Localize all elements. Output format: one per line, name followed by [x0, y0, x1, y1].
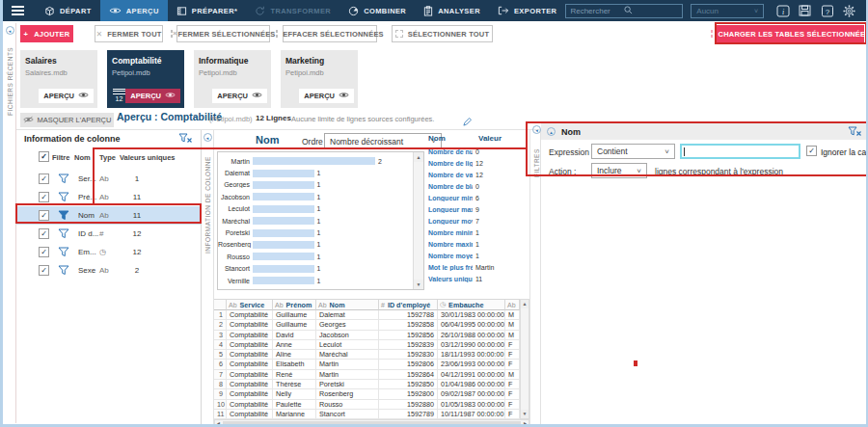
preview-button[interactable]: APERÇU [125, 89, 180, 103]
row-number[interactable]: 1 [214, 310, 227, 320]
table-cell[interactable]: Stancort [316, 410, 379, 419]
table-cell[interactable]: 30/01/1983 00:00:00 [438, 310, 505, 320]
table-cell[interactable]: Comptabilité [227, 320, 273, 330]
column-info-row[interactable]: ✓Ser...Ab1 [16, 170, 201, 188]
table-cell[interactable]: Comptabilité [227, 400, 273, 410]
info-button[interactable]: i [775, 4, 790, 17]
tab-aper-u[interactable]: APERÇU [100, 0, 168, 21]
table-cell[interactable]: 26/10/1988 00:00:00 [438, 331, 505, 340]
table-cell[interactable]: 1592864 [379, 370, 438, 380]
gear-icon[interactable] [842, 4, 856, 17]
table-cell[interactable]: 01/05/1983 00:00:00 [438, 400, 505, 410]
table-cell[interactable]: 18/11/1993 00:00:00 [438, 350, 505, 360]
table-cell[interactable]: Nelly [273, 389, 316, 399]
table-cell[interactable]: 03/12/1990 00:00:00 [438, 340, 505, 350]
table-cell[interactable]: M [505, 370, 520, 380]
collapse-column-info-icon[interactable]: ◂ [203, 133, 212, 142]
table-cell[interactable]: Paulette [273, 400, 316, 410]
row-number[interactable]: 3 [214, 331, 227, 340]
tab-d-part[interactable]: DÉPART [36, 0, 100, 21]
row-number[interactable]: 9 [214, 389, 227, 399]
tab-pr-parer-[interactable]: PRÉPARER* [168, 0, 247, 21]
table-cell[interactable]: 1592806 [379, 360, 438, 369]
table-cell[interactable]: Dalemat [316, 310, 379, 320]
preview-button[interactable]: APERÇU [299, 89, 354, 103]
filter-funnel-icon[interactable] [58, 173, 69, 184]
clear-selected-button[interactable]: EFFACER SÉLECTIONNÉES [283, 25, 377, 42]
table-cell[interactable]: M [505, 320, 520, 330]
table-cell[interactable]: Comptabilité [227, 310, 273, 320]
scrollbar-thumb[interactable] [223, 421, 521, 424]
table-column-header[interactable]: ◷Embauche [438, 299, 505, 310]
filter-funnel-icon[interactable] [58, 247, 69, 257]
preview-button[interactable]: APERÇU [39, 89, 94, 103]
table-cell[interactable]: Maréchal [316, 350, 379, 360]
clear-filters-icon[interactable] [178, 133, 193, 144]
table-column-header[interactable]: #ID d'employé [379, 299, 438, 310]
profile-select[interactable]: Aucun ˅ [691, 4, 764, 18]
table-cell[interactable]: Martin [316, 370, 379, 380]
table-column-header[interactable]: AbNom [316, 299, 379, 310]
table-cell[interactable]: Georges [316, 320, 379, 330]
scroll-down-icon[interactable]: ▼ [521, 410, 529, 418]
preview-button[interactable]: APERÇU [212, 89, 267, 103]
row-checkbox[interactable]: ✓ [39, 228, 49, 239]
column-info-row[interactable]: ✓Pré...Ab11 [16, 188, 201, 206]
histogram-scrollbar[interactable]: ▲ ▼ [413, 152, 423, 289]
column-info-row[interactable]: ✓SexeAb2 [16, 261, 201, 280]
table-vertical-scrollbar[interactable]: ▲ ▼ [520, 299, 529, 419]
row-checkbox[interactable]: ✓ [39, 192, 49, 202]
chart-bar[interactable] [253, 229, 314, 237]
table-cell[interactable]: Comptabilité [227, 380, 273, 389]
scroll-left-icon[interactable]: ◄ [216, 420, 221, 426]
table-cell[interactable]: 04/12/1991 00:00:00 [438, 370, 505, 380]
scroll-up-icon[interactable]: ▲ [414, 152, 423, 162]
collapse-filters-icon[interactable]: ◂ [532, 125, 541, 134]
table-cell[interactable]: F [505, 400, 520, 410]
row-number[interactable]: 2 [214, 320, 227, 330]
table-cell[interactable]: Poretski [316, 380, 379, 389]
table-cell[interactable]: M [505, 331, 520, 340]
file-card-comptabilité[interactable]: ComptabilitéPetipoi.mdb12APERÇU [107, 50, 184, 108]
file-card-informatique[interactable]: InformatiquePetipoi.mdbAPERÇU [194, 50, 271, 108]
file-card-marketing[interactable]: MarketingPetipoi.mdbAPERÇU [281, 50, 358, 108]
add-button[interactable]: +AJOUTER [20, 25, 73, 42]
table-cell[interactable]: F [505, 360, 520, 369]
table-cell[interactable]: 1592880 [379, 400, 438, 410]
table-cell[interactable]: F [505, 380, 520, 389]
row-number[interactable]: 5 [214, 350, 227, 360]
close-all-button[interactable]: ✕FERMER TOUT [95, 25, 163, 42]
table-cell[interactable]: Rousso [316, 400, 379, 410]
filter-funnel-icon[interactable] [58, 192, 69, 202]
ignore-case-checkbox[interactable]: ✓ [806, 146, 817, 156]
table-cell[interactable]: 1592850 [379, 380, 438, 389]
row-checkbox[interactable]: ✓ [39, 247, 49, 257]
table-cell[interactable]: Comptabilité [227, 360, 273, 369]
table-cell[interactable]: Elisabeth [273, 360, 316, 369]
table-cell[interactable]: 1592830 [379, 350, 438, 360]
chart-bar[interactable] [253, 265, 314, 273]
table-column-header[interactable]: Ab [505, 299, 520, 310]
column-info-row[interactable]: ✓ID d...#12 [16, 225, 201, 243]
tab-combiner[interactable]: COMBINER [339, 0, 415, 21]
table-cell[interactable]: 1592789 [379, 410, 438, 419]
table-cell[interactable]: Comptabilité [227, 389, 273, 399]
hide-preview-button[interactable]: MASQUER L'APERÇU [20, 113, 114, 127]
table-cell[interactable]: Thérèse [273, 380, 316, 389]
chart-bar[interactable] [253, 205, 314, 213]
search-input[interactable]: Rechercher [565, 4, 683, 18]
table-cell[interactable]: 06/04/1995 00:00:00 [438, 320, 505, 330]
table-cell[interactable]: F [505, 389, 520, 399]
select-all-button[interactable]: SÉLECTIONNER TOUT [392, 25, 493, 42]
chart-bar[interactable] [253, 241, 314, 249]
row-number[interactable]: 7 [214, 370, 227, 380]
menu-icon[interactable] [12, 4, 24, 17]
table-cell[interactable]: Jacobson [316, 331, 379, 340]
table-cell[interactable]: F [505, 340, 520, 350]
filter-funnel-icon[interactable] [58, 265, 69, 276]
table-cell[interactable]: 01/04/1986 00:00:00 [438, 380, 505, 389]
file-card-salaires[interactable]: SalairesSalaires.mdbAPERÇU [20, 50, 97, 108]
table-cell[interactable]: Comptabilité [227, 370, 273, 380]
expression-select[interactable]: Contient ˅ [591, 144, 675, 159]
load-selected-tables-button[interactable]: CHARGER LES TABLES SÉLECTIONNÉES [717, 25, 864, 42]
